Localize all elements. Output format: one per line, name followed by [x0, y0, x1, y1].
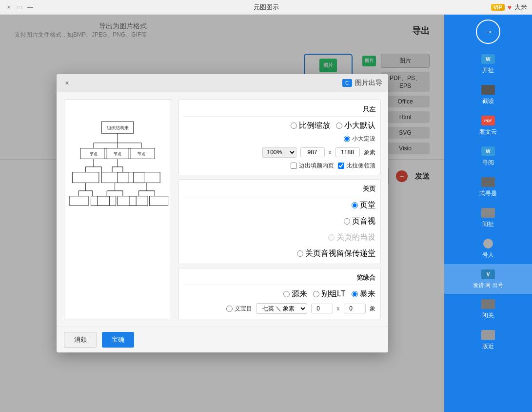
page-setcurrent-input: [328, 234, 335, 241]
size-default-input[interactable]: [336, 123, 342, 129]
fill-checkbox-item[interactable]: 比拉侧领顶: [338, 162, 375, 170]
titlebar-right: VIP ♥ 大米: [491, 3, 527, 12]
stretch-checkbox-item[interactable]: 边出填颜内页: [291, 162, 334, 170]
height-input[interactable]: [335, 147, 360, 157]
read-icon: [481, 84, 495, 95]
sidebar-item-style[interactable]: 式寻是: [444, 172, 532, 203]
dialog-footer: 消颇 宝确: [57, 327, 388, 352]
sidebar-item-close[interactable]: 闭关: [444, 294, 532, 325]
gap-icon: [481, 207, 495, 218]
page-radio-group: 页堂 页音视 关页的当设: [184, 200, 375, 259]
sidebar-arrow-btn[interactable]: →: [476, 20, 500, 44]
open-icon: W: [481, 54, 495, 64]
right-sidebar: → W 开扯 截读 PDF 案文云 W 寻阅: [444, 15, 532, 412]
ok-btn[interactable]: 宝确: [102, 332, 134, 348]
style-icon: [481, 177, 495, 187]
sidebar-item-publish[interactable]: V 发货 网 出号: [444, 264, 532, 294]
size-default-radio[interactable]: 小大默认: [336, 121, 375, 131]
minimize-btn[interactable]: —: [26, 3, 34, 11]
size-scale-radio[interactable]: 比例缩放: [291, 121, 330, 131]
pdf-icon: PDF: [481, 115, 495, 126]
browse-icon: W: [481, 146, 495, 157]
dialog-title-icon: C: [342, 79, 352, 87]
page-all-input[interactable]: [352, 202, 358, 208]
margin-radio-group: 暴来 别组LT 源来: [184, 289, 375, 299]
margin-size-row: 义宝目 七英 ＼ 象素 x 象: [184, 303, 375, 314]
main-layout: 导出 导出为图片格式 支持图片文件格式，如BMP、JPEG、PNG、GIF等 图…: [0, 15, 532, 412]
dialog-titlebar: × C 图片出导: [57, 74, 388, 92]
publish-icon: V: [481, 269, 495, 280]
margin-section: 览缘合 暴来 别组LT: [178, 268, 381, 319]
fill-checkbox[interactable]: [291, 163, 297, 169]
stretch-row: 边出填颜内页 比拉侧领顶: [184, 162, 375, 170]
sidebar-item-person[interactable]: 号人: [444, 233, 532, 264]
page-setcurrent-radio: 关页的当设: [328, 232, 375, 243]
sidebar-item-pdf[interactable]: PDF 案文云: [444, 110, 532, 141]
svg-text:节点: 节点: [138, 152, 145, 156]
cancel-btn[interactable]: 消颇: [64, 332, 97, 348]
svg-rect-30: [91, 196, 109, 206]
scale-select[interactable]: 100%: [262, 147, 296, 158]
margin-custom-input[interactable]: [283, 291, 290, 297]
svg-rect-29: [69, 196, 88, 206]
sidebar-item-gap[interactable]: 间扯: [444, 203, 532, 233]
margin-group-input[interactable]: [313, 291, 319, 297]
close-btn[interactable]: ×: [5, 3, 13, 11]
page-section: 关页 页堂 页音视: [178, 179, 381, 264]
sidebar-item-browse[interactable]: W 寻阅: [444, 141, 532, 172]
export-dialog: × C 图片出导 组织结构来: [57, 74, 388, 352]
heart-icon: ♥: [508, 3, 512, 11]
unit-select[interactable]: 七英 ＼ 象素: [256, 303, 307, 314]
crown-text: 大米: [514, 3, 527, 12]
preview-area: 组织结构来 节点 节点: [64, 100, 171, 319]
margin-group-radio[interactable]: 别组LT: [313, 289, 345, 299]
maximize-btn[interactable]: □: [16, 3, 23, 11]
dialog-close-btn[interactable]: ×: [62, 78, 72, 88]
dialog-overlay: × C 图片出导 组织结构来: [0, 15, 444, 412]
size-custom-radio[interactable]: 小大定设: [344, 135, 375, 143]
margin-title: 览缘合: [184, 273, 375, 285]
svg-text:组织结构来: 组织结构来: [106, 126, 128, 131]
svg-rect-19: [118, 172, 144, 183]
page-title: 关页: [184, 185, 375, 196]
width-input[interactable]: [300, 147, 325, 157]
sidebar-item-open[interactable]: W 开扯: [444, 49, 532, 80]
size-scale-input[interactable]: [291, 123, 297, 129]
content-area: 导出 导出为图片格式 支持图片文件格式，如BMP、JPEG、PNG、GIF等 图…: [0, 15, 444, 412]
sidebar-item-read[interactable]: 截读: [444, 80, 532, 110]
dialog-title: C 图片出导: [342, 79, 382, 87]
page-allvisible-radio[interactable]: 关页音视留保传递堂: [297, 248, 375, 259]
size-title: 只左: [184, 105, 375, 117]
svg-rect-17: [72, 172, 99, 183]
svg-rect-36: [118, 196, 136, 206]
titlebar-left: × □ —: [5, 3, 34, 11]
page-allvisible-input[interactable]: [297, 250, 303, 257]
size-custom-input[interactable]: [344, 136, 350, 142]
margin-height-input[interactable]: [344, 304, 366, 313]
svg-rect-35: [97, 196, 116, 206]
svg-rect-20: [133, 172, 160, 183]
size-section: 只左 小大默认 比例缩放: [178, 100, 381, 175]
svg-text:节点: 节点: [114, 152, 121, 156]
titlebar: × □ — 元图图示 VIP ♥ 大米: [0, 0, 532, 15]
sidebar-item-version[interactable]: 版近: [444, 325, 532, 355]
margin-custom2-input[interactable]: [226, 306, 233, 312]
app-title: 元图图示: [254, 3, 279, 12]
page-all-radio[interactable]: 页堂: [352, 200, 375, 210]
page-current-input[interactable]: [344, 218, 350, 225]
scale-row: 小大定设: [184, 135, 375, 143]
stretch-checkbox[interactable]: [338, 163, 344, 169]
scale-value-row: 100% x 象素: [184, 147, 375, 158]
margin-width-input[interactable]: [311, 304, 333, 313]
margin-custom2-radio[interactable]: 义宝目: [226, 305, 252, 313]
page-current-radio[interactable]: 页音视: [344, 216, 375, 227]
svg-rect-42: [149, 196, 168, 206]
org-chart-svg: 组织结构来 节点 节点: [64, 100, 171, 319]
margin-custom-radio[interactable]: 源来: [283, 289, 307, 299]
close-sidebar-icon: [481, 299, 495, 309]
margin-none-input[interactable]: [352, 291, 358, 297]
margin-none-radio[interactable]: 暴来: [352, 289, 375, 299]
svg-rect-41: [129, 196, 147, 206]
vip-badge: VIP: [491, 4, 505, 11]
dialog-body: 组织结构来 节点 节点: [57, 92, 388, 327]
